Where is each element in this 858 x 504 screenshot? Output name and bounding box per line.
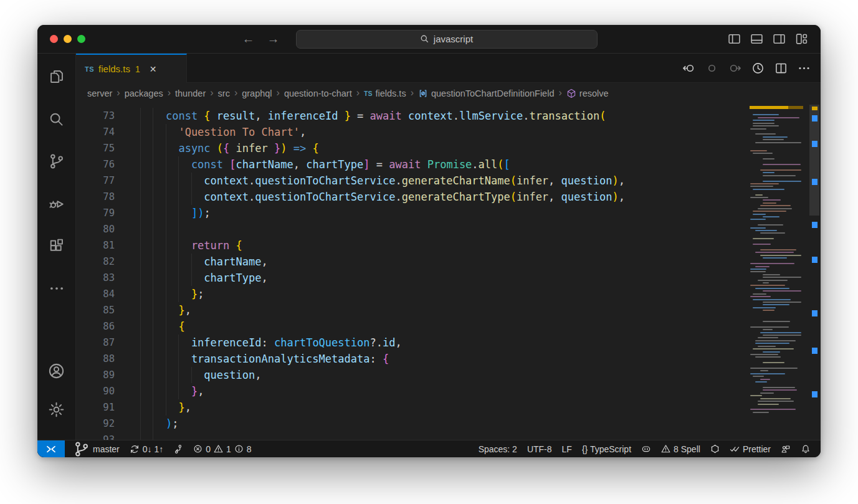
indent-guide [140, 286, 153, 302]
activity-source-control[interactable] [42, 147, 71, 176]
code-token: return [191, 239, 229, 252]
ruler-modified-marker [812, 257, 817, 263]
minimap-line [763, 172, 775, 173]
code-line: 74'Question To Chart', [76, 124, 748, 140]
activity-extensions[interactable] [42, 232, 71, 260]
minimap-line [755, 266, 770, 267]
line-number: 74 [76, 124, 140, 140]
code-token: ) [166, 417, 172, 430]
code-token: , [261, 272, 267, 284]
vscode-window: ← → javascript TS fields.ts 1 ✕ [37, 25, 821, 457]
search-icon [49, 112, 64, 127]
split-editor-icon[interactable] [775, 62, 788, 75]
status-problems[interactable]: 018 [188, 440, 256, 457]
code-token: async [178, 142, 210, 155]
code-token: const [191, 158, 229, 171]
status-branch[interactable]: master [69, 440, 125, 457]
breadcrumb-item[interactable]: questionToChartDefinitionField [418, 88, 554, 98]
activity-more[interactable] [42, 274, 71, 303]
zoom-window-button[interactable] [77, 35, 85, 43]
panel-left-icon[interactable] [728, 32, 741, 45]
status-language[interactable]: {} TypeScript [577, 440, 636, 457]
indent-guide [178, 237, 191, 254]
tab-fields-ts[interactable]: TS fields.ts 1 ✕ [76, 54, 187, 83]
breadcrumb-item[interactable]: server [87, 88, 112, 98]
status-eol[interactable]: LF [557, 440, 577, 457]
status-compare-changes[interactable] [168, 440, 188, 457]
code-token: all [479, 158, 498, 171]
circle-icon[interactable] [705, 62, 718, 75]
breadcrumb-item[interactable]: src [218, 88, 230, 98]
layout-customize-icon[interactable] [795, 32, 808, 45]
breadcrumb-item[interactable]: graphql [242, 88, 272, 98]
history-back-icon[interactable]: ← [242, 32, 255, 46]
code-token: , [185, 401, 191, 414]
status-prettier[interactable]: Prettier [725, 440, 776, 457]
line-content: }; [140, 286, 748, 302]
minimap-line [755, 133, 776, 135]
status-spell[interactable]: 8 Spell [656, 440, 705, 457]
code-token: chartName [204, 255, 261, 268]
minimize-window-button[interactable] [64, 35, 72, 43]
code-token: ; [198, 288, 204, 300]
status-copilot[interactable] [636, 440, 656, 457]
minimap-line [763, 389, 797, 391]
status-graphql[interactable] [705, 440, 725, 457]
close-window-button[interactable] [50, 35, 58, 43]
activity-accounts[interactable] [42, 356, 71, 385]
indent-guide [166, 237, 178, 254]
minimap-line [753, 123, 775, 124]
remote-indicator[interactable] [37, 440, 65, 457]
status-notifications[interactable] [796, 440, 816, 457]
indent-guide [140, 205, 153, 221]
status-indentation[interactable]: Spaces: 2 [474, 440, 522, 457]
breadcrumb-item[interactable]: packages [125, 88, 163, 98]
code-token: context [408, 110, 453, 122]
gear-icon [48, 401, 65, 418]
scrollbar[interactable] [809, 104, 821, 440]
ruler-find-marker [812, 107, 817, 110]
minimap[interactable] [748, 104, 809, 440]
minimap-line [750, 326, 789, 328]
breadcrumb-item[interactable]: TSfields.ts [364, 88, 406, 98]
code-token: } [274, 142, 280, 155]
status-feedback[interactable] [776, 440, 796, 457]
code-token: generateChartType [402, 191, 510, 203]
close-tab-icon[interactable]: ✕ [150, 64, 157, 74]
nav-back-circle-icon[interactable] [682, 62, 695, 75]
indent-guide [178, 254, 191, 270]
indent-guide [153, 156, 165, 173]
chevron-right-icon: › [556, 87, 563, 100]
minimap-line [763, 387, 795, 388]
status-encoding[interactable]: UTF-8 [522, 440, 557, 457]
indent-guide [140, 189, 153, 205]
indent-guide [166, 270, 178, 286]
history-forward-icon[interactable]: → [267, 32, 280, 46]
indent-guide [178, 205, 191, 221]
code-token [229, 142, 236, 155]
panel-right-icon[interactable] [773, 32, 786, 45]
nav-forward-circle-icon[interactable] [728, 62, 741, 75]
line-number: 84 [76, 286, 140, 302]
code-token: inferenceId [268, 110, 338, 122]
activity-explorer[interactable] [42, 62, 71, 91]
breadcrumb-item[interactable]: thunder [175, 88, 206, 98]
activity-search[interactable] [42, 105, 71, 133]
activity-run-debug[interactable] [42, 189, 71, 218]
breadcrumb-item[interactable]: question-to-chart [284, 88, 352, 98]
indent-guide [191, 367, 204, 383]
symbol-field-icon [418, 88, 428, 98]
activity-settings[interactable] [42, 395, 71, 424]
command-center-search[interactable]: javascript [296, 30, 598, 49]
code-line: 86{ [76, 318, 748, 335]
code-editor[interactable]: 73const { result, inferenceId } = await … [76, 104, 748, 440]
history-icon[interactable] [751, 62, 765, 75]
more-icon[interactable] [798, 62, 811, 75]
line-content: const { result, inferenceId } = await co… [140, 108, 748, 124]
indent-guide [153, 124, 165, 140]
minimap-line [755, 340, 796, 341]
breadcrumb-item[interactable]: resolve [566, 88, 609, 98]
panel-bottom-icon[interactable] [750, 32, 763, 45]
status-sync[interactable]: 0↓ 1↑ [125, 440, 168, 457]
minimap-line [758, 401, 794, 402]
